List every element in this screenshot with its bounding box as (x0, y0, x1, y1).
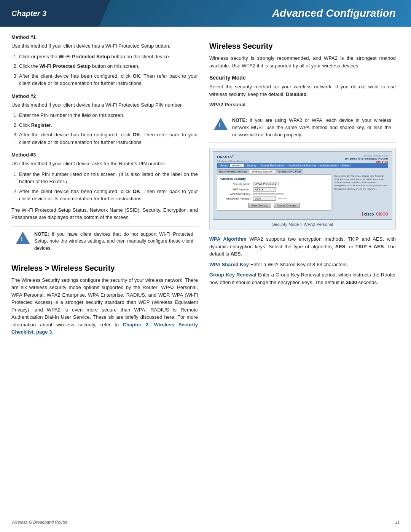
method3-step2: After the client device has been configu… (19, 188, 198, 203)
note-box-wpa2: NOTE: If you are using WPA2 or WPA, each… (209, 113, 396, 142)
screenshot-tagline: A Division of Cisco Systems, Inc. (217, 160, 250, 162)
cisco-name: CISCO (376, 212, 388, 216)
page-footer: Wireless-G Broadband Router 11 (11, 520, 400, 524)
title-text: Advanced Configuration (272, 7, 396, 19)
wireless-intro: The Wireless Security settings configure… (11, 276, 198, 336)
group-key-heading-inline: Group Key Renewal (209, 272, 256, 278)
wireless-section-title: Wireless > Wireless Security (11, 264, 198, 273)
footer-product: Wireless-G Broadband Router (11, 520, 67, 524)
note-icon-wpa2 (214, 118, 228, 130)
wpa-algo-value[interactable]: AES ▼ (253, 187, 276, 192)
left-column: Method #1 Use this method if your client… (11, 34, 198, 339)
chapter-label: Chapter 3 (0, 0, 99, 27)
cisco-brand: cisco (362, 212, 374, 216)
security-mode-heading: Security Mode (209, 75, 396, 81)
cisco-logo: cisco CISCO (217, 212, 388, 216)
page-header: Chapter 3 Advanced Configuration (0, 0, 411, 27)
wpa-shared-key-para: WPA Shared Key Enter a WPA Shared Key of… (209, 261, 396, 268)
tab-security[interactable]: Wireless Security (250, 169, 275, 173)
page-title: Advanced Configuration (99, 0, 411, 27)
field-shared-key: WPA Shared Key: (220, 193, 328, 195)
wireless-security-title: Wireless Security (209, 42, 396, 51)
save-settings-btn[interactable]: Save Settings (248, 203, 271, 208)
tab-mac[interactable]: Wireless MAC Filter (275, 169, 303, 173)
screenshot-content: LINKSYS® A Division of Cisco Systems, In… (213, 151, 392, 220)
nav-access[interactable]: Access Restrictions (259, 164, 286, 167)
wpa-algorithm-para: WPA Algorithm WPA2 supports two encrypti… (209, 235, 396, 258)
cancel-changes-btn[interactable]: Cancel Changes (274, 203, 300, 208)
shared-key-label: WPA Shared Key: (220, 193, 251, 195)
method3-intro: Use this method if your client device as… (11, 160, 198, 168)
method1-step3: After the client device has been configu… (19, 72, 198, 87)
field-group-renewal: Group Key Renewal: 3600 seconds (220, 197, 328, 201)
group-renewal-label: Group Key Renewal: (220, 197, 251, 200)
shared-key-value[interactable] (253, 193, 284, 195)
security-mode-text: Select the security method for your wire… (209, 83, 396, 98)
note-wpa2-content: NOTE: If you are using WPA2 or WPA, each… (232, 117, 391, 138)
method1-steps: Click or press the Wi-Fi Protected Setup… (11, 53, 198, 87)
screenshot-caption: Security Mode > WPA2 Personal (213, 222, 392, 227)
method1-intro: Use this method if your client device ha… (11, 42, 198, 50)
chapter-text: Chapter 3 (11, 9, 46, 18)
method1-heading: Method #1 (11, 34, 198, 40)
method3-steps: Enter the PIN number listed on this scre… (11, 171, 198, 203)
nav-security[interactable]: Security (245, 164, 258, 167)
field-security-mode: Security Mode: WPA2 Personal ▼ (220, 182, 328, 186)
form-title: Wireless Security (220, 177, 328, 181)
method1-step2: Click the Wi-Fi Protected Setup button o… (19, 62, 198, 70)
nav-admin[interactable]: Administration (318, 164, 339, 167)
nav-apps[interactable]: Applications & Gaming (287, 164, 318, 167)
note-label: NOTE: (34, 232, 49, 237)
main-content: Method #1 Use this method if your client… (0, 27, 411, 354)
wpa-algo-label: WPA Algorithm: (220, 188, 251, 191)
method2-steps: Enter the PIN number in the field on thi… (11, 112, 198, 146)
security-mode-value[interactable]: WPA2 Personal ▼ (253, 182, 279, 186)
method2-heading: Method #2 (11, 93, 198, 99)
wps-note-text: The Wi-Fi Protected Setup Status, Networ… (11, 206, 198, 221)
method1-step1: Click or press the Wi-Fi Protected Setup… (19, 53, 198, 61)
screenshot-nav: Setup Wireless Security Access Restricti… (217, 163, 388, 168)
method2-intro: Use this method if your client device ha… (11, 101, 198, 109)
wpa-shared-key-heading-inline: WPA Shared Key (209, 262, 249, 267)
nav-wireless[interactable]: Wireless (230, 164, 244, 167)
group-key-para: Group Key Renewal Enter a Group Key Rene… (209, 271, 396, 286)
method3-step1: Enter the PIN number listed on this scre… (19, 171, 198, 185)
note-text-body: If you have client devices that do not s… (34, 232, 193, 251)
screenshot-tabs: Basic Wireless Settings Wireless Securit… (217, 169, 388, 173)
note-box-wps: NOTE: If you have client devices that do… (11, 227, 198, 256)
note-wpa2-body: If you are using WPA2 or WPA, each devic… (232, 118, 391, 137)
screenshot-buttons: Save Settings Cancel Changes (220, 203, 328, 208)
product-name: Wireless-G Broadband Router (345, 157, 388, 160)
group-renewal-unit: seconds (278, 197, 287, 200)
right-column: Wireless Security Wireless security is s… (209, 34, 396, 339)
nav-status[interactable]: Status (340, 164, 351, 167)
model-number: WRT54G2 (345, 160, 388, 163)
wpa-algorithm-heading-inline: WPA Algorithm (209, 236, 247, 242)
page-number: 11 (395, 520, 400, 524)
screenshot-logo: LINKSYS® (217, 155, 250, 159)
field-wpa-algo: WPA Algorithm: AES ▼ (220, 187, 328, 192)
nav-setup[interactable]: Setup (218, 164, 229, 167)
router-screenshot: LINKSYS® A Division of Cisco Systems, In… (209, 148, 396, 230)
note-wpa2-label: NOTE: (232, 118, 247, 123)
wireless-security-intro: Wireless security is strongly recommende… (209, 54, 396, 69)
wpa2-personal-heading: WPA2 Personal (209, 102, 396, 107)
screenshot-body: Wireless Security Security Mode: WPA2 Pe… (217, 174, 388, 211)
method2-step1: Enter the PIN number in the field on thi… (19, 112, 198, 119)
method2-step3: After the client device has been configu… (19, 131, 198, 146)
note-content: NOTE: If you have client devices that do… (34, 231, 193, 252)
group-renewal-value[interactable]: 3600 (253, 197, 276, 201)
method2-step2: Click Register. (19, 121, 198, 129)
tab-basic[interactable]: Basic Wireless Settings (217, 169, 249, 173)
method3-heading: Method #3 (11, 152, 198, 158)
screenshot-form: Wireless Security Security Mode: WPA2 Pe… (217, 174, 331, 211)
screenshot-help-text: Security Mode: The wire... Charge from N… (333, 174, 388, 211)
note-icon (16, 232, 30, 244)
chapter-link[interactable]: Chapter 2: Wireless Security Checklist, … (11, 322, 198, 335)
security-mode-label: Security Mode: (220, 183, 251, 185)
